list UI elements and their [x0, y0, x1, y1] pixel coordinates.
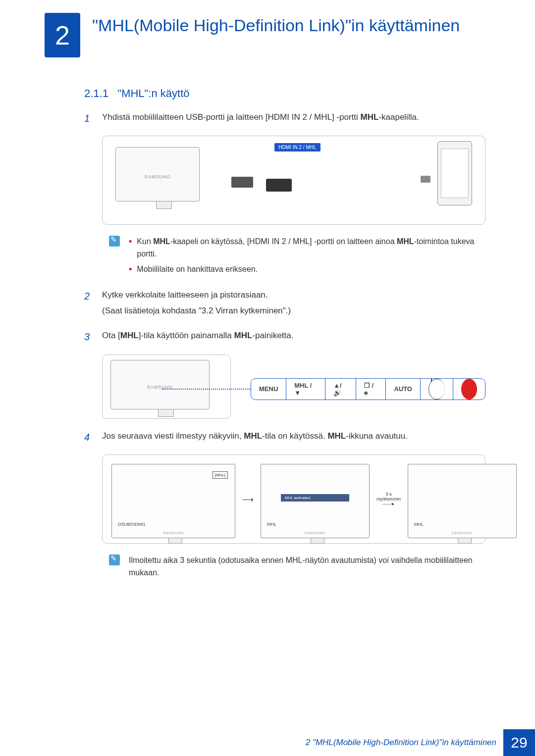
- menu-button[interactable]: MENU: [251, 379, 286, 400]
- note-list: • Kun MHL-kaapeli on käytössä, [HDMI IN …: [129, 236, 485, 278]
- note-block-2: Ilmoitettu aika 3 sekuntia (odotusaika e…: [109, 554, 485, 579]
- text: -tila on käytössä.: [262, 431, 327, 441]
- section-number: 2.1.1: [84, 87, 108, 100]
- source-enter-button[interactable]: ❐ / ⎆: [356, 379, 386, 400]
- step-text: Yhdistä mobiililaitteen USB-portti ja la…: [102, 111, 485, 127]
- brand-label: SAMSUNG: [112, 531, 235, 535]
- illustration-cable-connection: SAMSUNG HDMI IN 2 / MHL: [102, 136, 485, 225]
- text: -painiketta.: [252, 331, 293, 340]
- screen-state-3: MHL SAMSUNG: [408, 464, 517, 538]
- phone-drawing: [437, 141, 472, 205]
- text: Mobiililaite on hankittava erikseen.: [137, 263, 258, 276]
- step-number: 3: [84, 329, 92, 345]
- led-icon: [461, 379, 477, 400]
- source-label: MHL: [414, 522, 424, 527]
- step-number: 1: [84, 111, 92, 127]
- source-label: DSUB/HDMI1: [118, 522, 146, 527]
- text: ]-tila käyttöön painamalla: [139, 331, 234, 340]
- bold: MHL: [327, 431, 346, 441]
- plug-icon: [231, 177, 253, 188]
- power-button[interactable]: [421, 379, 453, 400]
- arrow-icon: ⟶: [242, 495, 254, 504]
- screen-state-2: MHL activated. MHL SAMSUNG: [261, 464, 370, 538]
- monitor-drawing: SAMSUNG: [110, 360, 210, 409]
- page-footer: 2 "MHL(Mobile High-Definition Link)"in k…: [0, 729, 535, 756]
- list-item: • Kun MHL-kaapeli on käytössä, [HDMI IN …: [129, 236, 485, 260]
- note-icon: [109, 236, 120, 247]
- brand-label: SAMSUNG: [408, 531, 516, 535]
- section-heading: 2.1.1 "MHL":n käyttö: [84, 87, 485, 100]
- auto-button[interactable]: AUTO: [386, 379, 421, 400]
- note-block-1: • Kun MHL-kaapeli on käytössä, [HDMI IN …: [109, 236, 485, 278]
- text: Ota [: [102, 331, 120, 340]
- bullet-icon: •: [129, 237, 132, 260]
- brand-label: SAMSUNG: [116, 174, 199, 179]
- activation-message: MHL activated.: [281, 494, 349, 502]
- note-icon: [109, 554, 120, 565]
- bold: MHL: [153, 237, 170, 246]
- footer-chapter-ref: 2 "MHL(Mobile High-Definition Link)"in k…: [306, 729, 503, 756]
- step-text: Kytke verkkolaite laitteeseen ja pistora…: [102, 289, 485, 321]
- monitor-drawing: SAMSUNG: [115, 147, 200, 202]
- up-volume-button[interactable]: ▲/🔊: [325, 379, 356, 400]
- text: (Saat lisätietoja kohdasta "3.2 Virran k…: [102, 304, 485, 317]
- screen-state-1: [MHL] DSUB/HDMI1 SAMSUNG: [111, 464, 235, 538]
- text: Kytke verkkolaite laitteeseen ja pistora…: [102, 289, 485, 302]
- cable-drawing: [207, 175, 430, 201]
- adapter-icon: [266, 179, 292, 192]
- bold: MHL: [120, 331, 139, 340]
- illustration-osd-buttons: SAMSUNG MENU MHL / ▼ ▲/🔊 ❐ / ⎆ AUTO: [102, 354, 485, 419]
- step-number: 4: [84, 430, 92, 446]
- page-number: 29: [503, 729, 535, 756]
- power-icon: [428, 379, 445, 400]
- mhl-down-button[interactable]: MHL / ▼: [286, 379, 325, 400]
- osd-box: [MHL]: [213, 471, 228, 479]
- text: -ikkuna avautuu.: [346, 431, 408, 441]
- monitor-box: SAMSUNG: [102, 354, 231, 419]
- step-2: 2 Kytke verkkolaite laitteeseen ja pisto…: [84, 289, 485, 321]
- text: Kun: [137, 237, 153, 246]
- bold: MHL: [234, 331, 252, 340]
- source-label: MHL: [267, 522, 276, 527]
- list-item: • Mobiililaite on hankittava erikseen.: [129, 263, 485, 276]
- osd-button-panel: MENU MHL / ▼ ▲/🔊 ❐ / ⎆ AUTO: [251, 378, 485, 400]
- bold: MHL: [361, 112, 379, 122]
- step-4: 4 Jos seuraava viesti ilmestyy näkyviin,…: [84, 430, 485, 446]
- section-title: "MHL":n käyttö: [117, 87, 189, 100]
- transition-label: 3 s myöhemmin ------➤: [376, 492, 401, 506]
- step-3: 3 Ota [MHL]-tila käyttöön painamalla MHL…: [84, 329, 485, 345]
- arrow-icon: ------➤: [376, 502, 401, 506]
- step-text: Ota [MHL]-tila käyttöön painamalla MHL-p…: [102, 329, 485, 345]
- chapter-title: "MHL(Mobile High-Definition Link)"in käy…: [92, 10, 460, 36]
- bold: MHL: [244, 431, 262, 441]
- text: Jos seuraava viesti ilmestyy näkyviin,: [102, 431, 244, 441]
- port-label: HDMI IN 2 / MHL: [274, 143, 320, 151]
- dotted-line: [162, 389, 251, 390]
- chapter-number-badge: 2: [45, 13, 80, 57]
- indicator-led: [453, 379, 485, 400]
- bullet-icon: •: [129, 265, 132, 276]
- illustration-mhl-screens: [MHL] DSUB/HDMI1 SAMSUNG ⟶ MHL activated…: [102, 454, 485, 544]
- step-text: Jos seuraava viesti ilmestyy näkyviin, M…: [102, 430, 485, 446]
- brand-label: SAMSUNG: [261, 531, 369, 535]
- text: -kaapeli on käytössä, [HDMI IN 2 / MHL] …: [170, 237, 397, 246]
- step-number: 2: [84, 289, 92, 321]
- step-1: 1 Yhdistä mobiililaitteen USB-portti ja …: [84, 111, 485, 127]
- bold: MHL: [397, 237, 414, 246]
- text: Yhdistä mobiililaitteen USB-portti ja la…: [102, 112, 361, 122]
- micro-plug-icon: [421, 176, 430, 183]
- note-text: Ilmoitettu aika 3 sekuntia (odotusaika e…: [129, 554, 485, 579]
- text: -kaapelilla.: [378, 112, 419, 122]
- chapter-header: 2 "MHL(Mobile High-Definition Link)"in k…: [0, 0, 535, 57]
- section-body: 2.1.1 "MHL":n käyttö 1 Yhdistä mobiilila…: [0, 57, 535, 579]
- text: 3 s myöhemmin: [376, 492, 401, 502]
